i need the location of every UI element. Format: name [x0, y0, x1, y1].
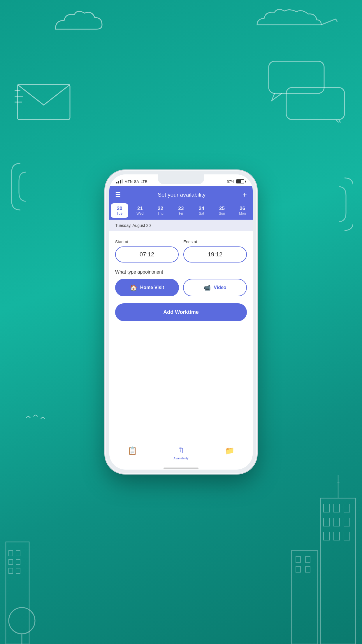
cal-day-mon[interactable]: 26 Mon	[234, 203, 251, 218]
svg-rect-21	[324, 518, 329, 526]
network-text: LTE	[141, 179, 147, 184]
svg-rect-12	[16, 559, 20, 565]
start-time-input[interactable]: 07:12	[115, 246, 179, 262]
svg-rect-31	[305, 556, 310, 562]
time-row: Start at 07:12 Ends at 19:12	[115, 239, 247, 262]
end-time-input[interactable]: 19:12	[183, 246, 247, 262]
svg-rect-19	[334, 504, 340, 512]
cal-day-num: 20	[117, 206, 122, 211]
svg-rect-17	[321, 498, 356, 644]
svg-rect-18	[324, 504, 329, 512]
status-right: 57%	[227, 179, 246, 184]
svg-rect-8	[6, 542, 29, 644]
svg-rect-32	[296, 566, 301, 572]
start-label: Start at	[115, 239, 179, 244]
cal-day-name: Wed	[136, 211, 143, 216]
appointment-section-title: What type appointment	[115, 270, 247, 275]
cal-day-num: 26	[240, 206, 245, 211]
cal-day-num: 23	[178, 206, 184, 211]
end-label: Ends at	[183, 239, 247, 244]
cal-day-tue[interactable]: 20 Tue	[111, 203, 128, 218]
cal-day-num: 24	[199, 206, 204, 211]
folder-icon: 📁	[225, 446, 234, 455]
svg-rect-25	[334, 532, 340, 540]
svg-rect-24	[324, 532, 329, 540]
home-visit-label: Home Visit	[140, 285, 164, 290]
svg-point-15	[9, 608, 35, 634]
svg-rect-10	[16, 551, 20, 556]
svg-rect-26	[344, 532, 350, 540]
svg-rect-14	[16, 568, 20, 573]
appointment-buttons: 🏠 Home Visit 📹 Video	[115, 279, 247, 296]
nav-item-availability[interactable]: 🗓Availability	[168, 445, 194, 461]
svg-rect-9	[9, 551, 13, 556]
app-header: ☰ Set your availability +	[109, 186, 253, 203]
list-icon: 📋	[128, 446, 137, 455]
cal-day-name: Thu	[157, 211, 164, 216]
cal-day-num: 22	[158, 206, 163, 211]
cal-day-name: Sun	[219, 211, 225, 216]
cal-day-num: 21	[137, 206, 143, 211]
main-content: Start at 07:12 Ends at 19:12 What type a…	[109, 231, 253, 442]
svg-rect-29	[291, 551, 318, 644]
battery-icon	[236, 179, 246, 183]
video-icon: 📹	[203, 284, 211, 291]
cal-day-wed[interactable]: 21 Wed	[131, 203, 149, 218]
cal-day-fri[interactable]: 23 Fri	[172, 203, 190, 218]
time-section: Start at 07:12 Ends at 19:12	[115, 239, 247, 262]
date-label: Tuesday, August 20	[109, 220, 253, 231]
add-icon[interactable]: +	[242, 190, 247, 199]
calendar-strip: 20 Tue 21 Wed 22 Thu 23 Fri 24 Sat 25 Su…	[109, 203, 253, 220]
start-time-group: Start at 07:12	[115, 239, 179, 262]
appointment-section: What type appointment 🏠 Home Visit 📹 Vid…	[115, 270, 247, 296]
svg-rect-7	[286, 88, 345, 120]
svg-rect-2	[17, 85, 70, 120]
cal-day-num: 25	[219, 206, 225, 211]
svg-rect-20	[344, 504, 350, 512]
cal-day-name: Sat	[199, 211, 204, 216]
nav-item-folder[interactable]: 📁	[219, 445, 240, 461]
signal-bars-icon	[116, 179, 123, 183]
phone-frame: MTN-SA LTE 57% ☰ Set your availability +…	[105, 170, 257, 474]
cal-day-thu[interactable]: 22 Thu	[152, 203, 169, 218]
svg-line-1	[336, 19, 337, 22]
cal-day-name: Tue	[117, 211, 122, 216]
carrier-text: MTN-SA	[124, 179, 139, 184]
nav-label-availability: Availability	[173, 456, 189, 460]
cal-day-name: Mon	[239, 211, 246, 216]
appt-btn-video[interactable]: 📹 Video	[183, 279, 247, 296]
home-indicator	[164, 468, 198, 469]
phone-screen: MTN-SA LTE 57% ☰ Set your availability +…	[109, 174, 253, 470]
video-label: Video	[214, 285, 226, 290]
cal-day-sat[interactable]: 24 Sat	[193, 203, 210, 218]
appt-btn-home-visit[interactable]: 🏠 Home Visit	[115, 279, 179, 296]
header-title: Set your availability	[158, 192, 206, 198]
phone-notch	[158, 174, 204, 184]
svg-rect-6	[269, 61, 324, 93]
svg-rect-33	[305, 566, 310, 572]
add-worktime-button[interactable]: Add Worktime	[115, 303, 247, 321]
status-left: MTN-SA LTE	[116, 179, 147, 184]
cal-day-sun[interactable]: 25 Sun	[213, 203, 231, 218]
menu-icon[interactable]: ☰	[115, 191, 121, 199]
svg-rect-13	[9, 568, 13, 573]
nav-item-list[interactable]: 📋	[122, 445, 143, 461]
availability-icon: 🗓	[177, 446, 185, 455]
bottom-nav: 📋🗓Availability📁	[109, 442, 253, 466]
cal-day-name: Fri	[179, 211, 183, 216]
svg-rect-30	[296, 556, 301, 562]
svg-rect-11	[9, 559, 13, 565]
svg-rect-23	[344, 518, 350, 526]
home-visit-icon: 🏠	[130, 284, 137, 291]
battery-percent: 57%	[227, 179, 234, 184]
end-time-group: Ends at 19:12	[183, 239, 247, 262]
svg-line-0	[321, 19, 336, 25]
svg-rect-22	[334, 518, 340, 526]
